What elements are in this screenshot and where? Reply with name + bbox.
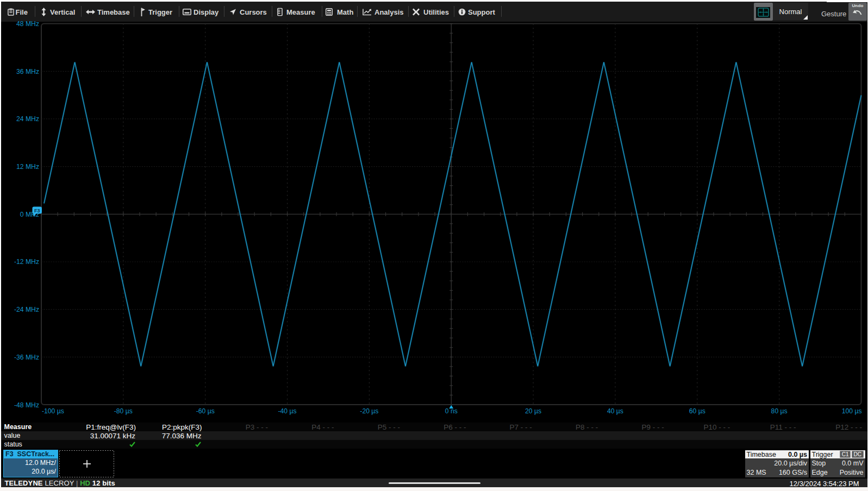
svg-text:-40 µs: -40 µs bbox=[278, 407, 296, 415]
svg-text:-48 MHz: -48 MHz bbox=[14, 401, 39, 409]
svg-text:-100 µs: -100 µs bbox=[42, 407, 64, 415]
svg-text:24 MHz: 24 MHz bbox=[16, 115, 39, 123]
svg-text:-24 MHz: -24 MHz bbox=[14, 306, 39, 313]
svg-text:12 MHz: 12 MHz bbox=[16, 163, 39, 171]
svg-text:40 µs: 40 µs bbox=[607, 407, 623, 415]
svg-text:-12 MHz: -12 MHz bbox=[14, 258, 39, 266]
svg-text:-60 µs: -60 µs bbox=[196, 407, 215, 415]
svg-text:36 MHz: 36 MHz bbox=[16, 68, 39, 75]
svg-text:80 µs: 80 µs bbox=[771, 407, 788, 415]
svg-text:100 µs: 100 µs bbox=[842, 407, 862, 415]
svg-text:-20 µs: -20 µs bbox=[360, 407, 378, 415]
svg-text:20 µs: 20 µs bbox=[525, 407, 541, 415]
svg-text:-80 µs: -80 µs bbox=[114, 407, 133, 415]
svg-text:60 µs: 60 µs bbox=[689, 407, 705, 415]
svg-text:-36 MHz: -36 MHz bbox=[14, 354, 39, 361]
svg-text:48 MHz: 48 MHz bbox=[16, 20, 39, 28]
svg-text:F3: F3 bbox=[34, 208, 40, 213]
